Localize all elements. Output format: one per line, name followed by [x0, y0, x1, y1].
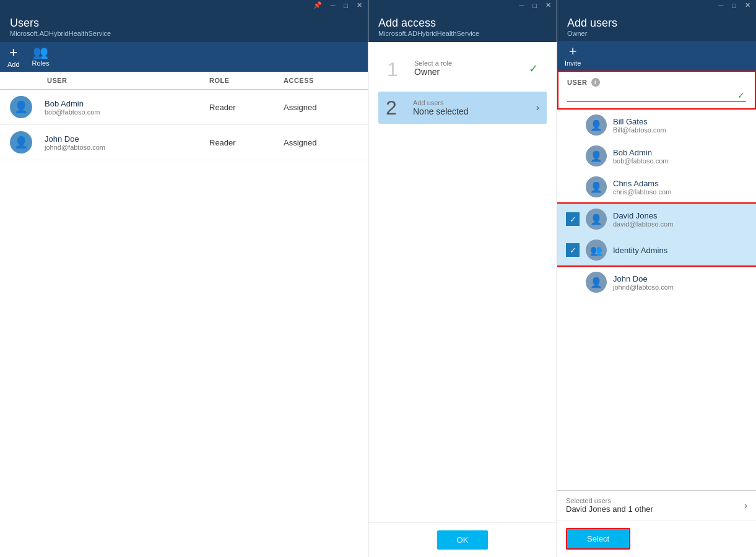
- list-item[interactable]: 👤 Chris Adams chris@fabtoso.com: [557, 171, 756, 202]
- list-item[interactable]: ✓ 👥 Identity Admins: [557, 235, 756, 266]
- selected-group: ✓ 👤 David Jones david@fabtoso.com ✓ 👥 Id…: [557, 202, 756, 267]
- user-info: Bob Admin bob@fabtoso.com: [45, 99, 209, 116]
- user-name: John Doe: [613, 274, 674, 283]
- add-button[interactable]: + Add: [7, 46, 20, 68]
- user-access: Assigned: [284, 103, 358, 112]
- table-row[interactable]: 👤 Bob Admin bob@fabtoso.com Reader Assig…: [0, 90, 368, 125]
- step-2-label: Add users: [413, 99, 528, 106]
- col-access: ACCESS: [284, 77, 358, 84]
- users-toolbar: + Add 👥 Roles: [0, 42, 368, 72]
- avatar: 👤: [586, 209, 607, 230]
- info-icon: i: [591, 78, 600, 87]
- user-name: Identity Admins: [613, 246, 667, 255]
- access-footer: OK: [368, 522, 557, 557]
- add-users-subtitle: Owner: [567, 30, 746, 37]
- users-header: Users Microsoft.ADHybridHealthService: [0, 11, 368, 42]
- invite-button[interactable]: + Invite: [565, 45, 581, 67]
- maximize-button[interactable]: □: [730, 1, 738, 9]
- add-users-header: Add users Owner: [557, 11, 756, 41]
- step-1[interactable]: 1 Select a role Owner ✓: [378, 52, 547, 87]
- close-button[interactable]: ✕: [743, 1, 752, 9]
- user-name: David Jones: [613, 211, 673, 220]
- plus-icon: +: [569, 45, 577, 58]
- col-role: ROLE: [209, 77, 284, 84]
- access-topbar: ─ □ ✕: [368, 0, 557, 11]
- step-2-content: Add users None selected: [413, 99, 528, 116]
- user-field-label: USER i: [567, 78, 746, 87]
- avatar: 👤: [10, 96, 32, 118]
- close-button[interactable]: ✕: [355, 1, 364, 9]
- selected-users-info: Selected users David Jones and 1 other: [566, 497, 653, 514]
- checkbox-checked[interactable]: ✓: [566, 243, 580, 257]
- add-users-topbar: ─ □ ✕: [557, 0, 756, 11]
- pin-button[interactable]: 📌: [311, 1, 324, 9]
- users-subtitle: Microsoft.ADHybridHealthService: [10, 30, 358, 37]
- roles-label: Roles: [32, 59, 50, 67]
- add-label: Add: [7, 61, 20, 68]
- user-name: Bob Admin: [45, 99, 209, 108]
- user-email: bob@fabtoso.com: [45, 108, 209, 116]
- chevron-right-icon: ›: [536, 102, 539, 113]
- roles-button[interactable]: 👥 Roles: [32, 46, 50, 68]
- table-row[interactable]: 👤 John Doe johnd@fabtoso.com Reader Assi…: [0, 125, 368, 160]
- invite-label: Invite: [565, 59, 581, 67]
- users-panel: 📌 ─ □ ✕ Users Microsoft.ADHybridHealthSe…: [0, 0, 368, 557]
- add-users-panel: ─ □ ✕ Add users Owner + Invite USER i ✓: [557, 0, 756, 557]
- select-button[interactable]: Select: [566, 528, 630, 550]
- list-item[interactable]: 👤 Bob Admin bob@fabtoso.com: [557, 140, 756, 171]
- add-users-toolbar: + Invite: [557, 41, 756, 71]
- avatar: 👤: [586, 272, 607, 293]
- table-header: USER ROLE ACCESS: [0, 72, 368, 90]
- checkbox-checked[interactable]: ✓: [566, 212, 580, 226]
- user-name: Chris Adams: [613, 179, 671, 188]
- checkmark-icon: ✓: [529, 62, 538, 76]
- user-name: John Doe: [45, 134, 209, 144]
- ok-button[interactable]: OK: [437, 530, 489, 550]
- user-email: david@fabtoso.com: [613, 220, 673, 228]
- roles-icon: 👥: [33, 46, 48, 58]
- access-body: 1 Select a role Owner ✓ 2 Add users None…: [368, 42, 557, 292]
- user-access: Assigned: [284, 138, 358, 147]
- avatar: 👤: [586, 176, 607, 197]
- step-1-value: Owner: [414, 67, 520, 77]
- maximize-button[interactable]: □: [342, 1, 350, 9]
- step-2-number: 2: [386, 98, 404, 118]
- minimize-button[interactable]: ─: [329, 1, 337, 9]
- user-email: Bill@fabtoso.com: [613, 126, 666, 134]
- users-topbar: 📌 ─ □ ✕: [0, 0, 368, 11]
- minimize-button[interactable]: ─: [717, 1, 726, 9]
- avatar: 👤: [586, 145, 607, 166]
- add-access-panel: ─ □ ✕ Add access Microsoft.ADHybridHealt…: [368, 0, 557, 557]
- list-item[interactable]: ✓ 👤 David Jones david@fabtoso.com: [557, 204, 756, 235]
- user-list: 👤 Bill Gates Bill@fabtoso.com 👤 Bob Admi…: [557, 110, 756, 300]
- user-field-section: USER i ✓: [557, 71, 756, 110]
- user-info: Chris Adams chris@fabtoso.com: [613, 179, 671, 196]
- user-info: Identity Admins: [613, 246, 667, 255]
- user-info: David Jones david@fabtoso.com: [613, 211, 673, 228]
- user-search-input[interactable]: [567, 89, 746, 102]
- minimize-button[interactable]: ─: [518, 1, 526, 9]
- selected-users-footer[interactable]: Selected users David Jones and 1 other ›: [557, 490, 756, 520]
- col-user: USER: [47, 77, 209, 84]
- avatar: 👥: [586, 240, 607, 261]
- chevron-right-icon: ›: [744, 500, 747, 511]
- access-header: Add access Microsoft.ADHybridHealthServi…: [368, 11, 557, 42]
- input-check-icon: ✓: [737, 90, 745, 100]
- step-2[interactable]: 2 Add users None selected ›: [378, 92, 547, 124]
- maximize-button[interactable]: □: [531, 1, 539, 9]
- user-info: Bob Admin bob@fabtoso.com: [613, 148, 668, 165]
- selected-users-label: Selected users: [566, 497, 653, 504]
- user-email: johnd@fabtoso.com: [45, 144, 209, 151]
- avatar: 👤: [10, 131, 32, 153]
- user-name: Bill Gates: [613, 117, 666, 126]
- add-users-title: Add users: [567, 17, 746, 30]
- list-item[interactable]: 👤 John Doe johnd@fabtoso.com: [557, 267, 756, 298]
- step-1-label: Select a role: [414, 59, 520, 67]
- close-button[interactable]: ✕: [544, 1, 553, 9]
- user-email: chris@fabtoso.com: [613, 188, 671, 196]
- step-1-number: 1: [387, 59, 406, 79]
- step-2-value: None selected: [413, 106, 528, 116]
- list-item[interactable]: 👤 Bill Gates Bill@fabtoso.com: [557, 110, 756, 140]
- user-name: Bob Admin: [613, 148, 668, 157]
- users-table: USER ROLE ACCESS 👤 Bob Admin bob@fabtoso…: [0, 72, 368, 557]
